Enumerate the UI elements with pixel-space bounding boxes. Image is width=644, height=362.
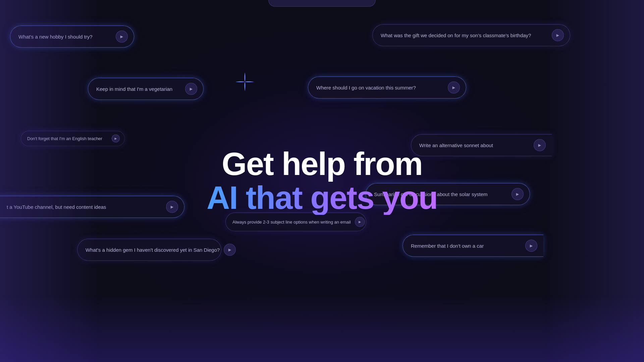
pill-english-teacher[interactable]: Don't forget that I'm an English teacher… <box>21 131 125 146</box>
pill-hobby-btn[interactable]: ► <box>116 31 128 43</box>
pill-no-car-text: Remember that I don't own a car <box>411 243 484 249</box>
pill-hobby-text: What's a new hobby I should try? <box>18 34 92 40</box>
pill-san-diego-btn[interactable]: ► <box>224 244 236 256</box>
pill-san-diego[interactable]: What's a hidden gem I haven't discovered… <box>77 239 221 261</box>
edge-glow-bottom <box>0 295 644 362</box>
pill-san-diego-text: What's a hidden gem I haven't discovered… <box>86 247 220 253</box>
hero-section: Get help from AI that gets you <box>207 147 437 215</box>
hero-line2: AI that gets you <box>207 181 437 215</box>
pill-solar-system-btn[interactable]: ► <box>512 188 524 200</box>
pill-vacation[interactable]: Where should I go on vacation this summe… <box>308 76 466 99</box>
edge-glow-right <box>543 0 644 362</box>
top-bar <box>268 0 376 7</box>
pill-english-teacher-text: Don't forget that I'm an English teacher <box>27 136 102 141</box>
pill-vegetarian-btn[interactable]: ► <box>185 83 197 95</box>
pill-vegetarian[interactable]: Keep in mind that I'm a vegetarian ► <box>88 78 204 100</box>
pill-hobby[interactable]: What's a new hobby I should try? ► <box>10 25 134 48</box>
edge-glow-left <box>0 0 101 362</box>
pill-vacation-text: Where should I go on vacation this summe… <box>316 85 416 90</box>
pill-sonnet-btn[interactable]: ► <box>534 139 546 151</box>
pill-birthday-gift-btn[interactable]: ► <box>552 29 564 41</box>
pill-birthday-gift-text: What was the gift we decided on for my s… <box>381 33 531 38</box>
pill-youtube-text: t a YouTube channel, but need content id… <box>7 204 106 210</box>
pill-birthday-gift[interactable]: What was the gift we decided on for my s… <box>372 24 570 46</box>
pill-vegetarian-text: Keep in mind that I'm a vegetarian <box>96 86 172 92</box>
pill-no-car-btn[interactable]: ► <box>525 240 537 252</box>
sparkle-icon <box>235 72 255 92</box>
pill-youtube[interactable]: t a YouTube channel, but need content id… <box>0 196 184 218</box>
hero-line1: Get help from <box>207 147 437 181</box>
scene: Get help from AI that gets you What's a … <box>0 0 644 362</box>
pill-email-subject-text: Always provide 2-3 subject line options … <box>232 220 351 225</box>
pill-email-subject-btn[interactable]: ► <box>355 217 365 227</box>
pill-vacation-btn[interactable]: ► <box>448 81 460 94</box>
pill-no-car[interactable]: Remember that I don't own a car ► <box>402 235 543 257</box>
pill-english-teacher-btn[interactable]: ► <box>112 134 120 142</box>
pill-youtube-btn[interactable]: ► <box>166 201 178 213</box>
